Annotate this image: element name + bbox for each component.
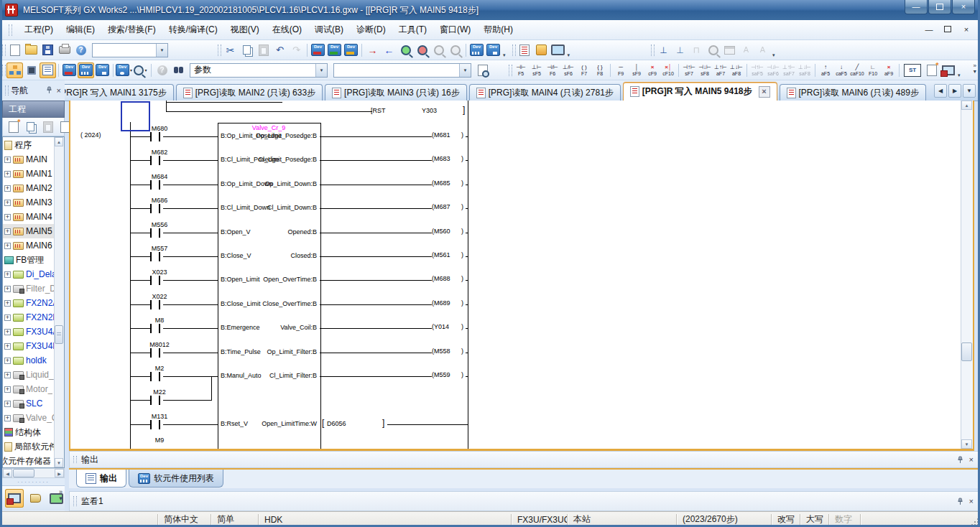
mdi-restore-button[interactable] <box>941 24 954 34</box>
tree-item-MAIN3[interactable]: MAIN3 <box>3 195 55 210</box>
ladder-key-F5[interactable]: ⊣⊢F5 <box>513 62 529 79</box>
close-button[interactable]: × <box>952 0 975 14</box>
tree-item-FX3U4D[interactable]: FX3U4D <box>3 339 55 353</box>
print-icon[interactable] <box>56 42 73 58</box>
paste-data-icon[interactable] <box>40 119 56 135</box>
scroll-down-icon[interactable]: ▼ <box>961 439 972 449</box>
tree-item-软元件存储器[interactable]: 软元件存储器 <box>3 454 55 467</box>
tree-item-MAIN2[interactable]: MAIN2 <box>3 181 55 195</box>
menu-item[interactable]: 视图(V) <box>224 21 266 39</box>
paste-icon[interactable] <box>255 42 272 58</box>
find-contact-coil-icon[interactable]: A <box>738 42 754 58</box>
ladder-key-cF10[interactable]: ×│cF10 <box>660 62 676 79</box>
document-find-icon[interactable] <box>474 62 491 78</box>
device-comment-icon[interactable]: Dev <box>61 62 78 78</box>
monitor-mode-icon[interactable]: ⊥ <box>655 42 672 58</box>
project-view-icon[interactable] <box>5 489 24 508</box>
element-selection-icon[interactable] <box>23 62 40 78</box>
resize-grip[interactable] <box>970 517 980 527</box>
mdi-close-button[interactable]: × <box>960 24 973 34</box>
view-overflow-icon[interactable] <box>59 489 63 502</box>
write-to-plc-icon[interactable]: Dev <box>310 42 326 58</box>
expand-icon[interactable] <box>4 401 11 407</box>
scroll-up-icon[interactable]: ▲ <box>961 101 972 110</box>
menu-item[interactable]: 窗口(W) <box>433 21 477 39</box>
device-find-icon[interactable]: ▾ <box>132 62 149 78</box>
ladder-key-aF8[interactable]: ⊥↓⊢aF8 <box>729 62 744 79</box>
ladder-key-caF5[interactable]: ↓caF5 <box>833 62 849 79</box>
redo-icon[interactable]: ↷ <box>288 42 305 58</box>
ladder-key-saF7[interactable]: ⊥↑⊢saF7 <box>781 62 797 79</box>
ladder-key-aF9[interactable]: ×aF9 <box>881 62 897 79</box>
tree-item-holdk[interactable]: holdk <box>3 353 55 368</box>
tab-list-dropdown-icon[interactable]: ▼ <box>963 84 976 98</box>
menu-item[interactable]: 诊断(D) <box>350 21 392 39</box>
ladder-key-F6[interactable]: ⊣/⊢F6 <box>545 62 560 79</box>
ladder-key-F7[interactable]: ( )F7 <box>576 62 592 79</box>
scroll-down-icon[interactable]: ▼ <box>55 458 63 467</box>
tree-item-结构体[interactable]: 结构体 <box>3 425 55 439</box>
tree-horizontal-scrollbar[interactable]: ◀ ▶ <box>2 468 65 478</box>
open-project-icon[interactable] <box>23 42 40 58</box>
scroll-up-icon[interactable]: ▲ <box>55 137 63 146</box>
expand-icon[interactable] <box>4 300 11 307</box>
device-display-1-icon[interactable]: Dev <box>468 42 485 58</box>
tree-item-Liquid_[interactable]: Liquid_ <box>3 368 55 382</box>
copy-data-icon[interactable] <box>22 119 39 135</box>
monitor-write-mode-icon[interactable]: ⊥ <box>672 42 688 58</box>
ladder-key-saF5[interactable]: ⊣↑⊢saF5 <box>749 62 765 79</box>
editor-vertical-scrollbar[interactable]: ▲ ▼ <box>961 101 973 449</box>
tree-item-MAIN[interactable]: MAIN <box>3 152 55 167</box>
expand-icon[interactable] <box>4 372 11 378</box>
monitor-pause-icon[interactable] <box>430 42 447 58</box>
expand-icon[interactable] <box>4 271 11 278</box>
new-data-icon[interactable] <box>5 119 22 135</box>
ladder-key-F10[interactable]: ∟F10 <box>865 62 881 79</box>
tree-item-FB管理[interactable]: FB管理 <box>3 253 55 267</box>
ladder-key-cF9[interactable]: ×cF9 <box>644 62 660 79</box>
tree-item-局部软元件[interactable]: 局部软元件 <box>3 439 55 454</box>
close-panel-icon[interactable] <box>969 456 974 463</box>
user-library-view-icon[interactable] <box>26 489 45 508</box>
tree-item-MAIN1[interactable]: MAIN1 <box>3 167 55 181</box>
read-from-plc-icon[interactable]: Dev <box>326 42 343 58</box>
help-context-icon[interactable]: ? <box>154 62 170 78</box>
ladder-key-sF5[interactable]: ⊥⊢sF5 <box>529 62 545 79</box>
ladder-key-aF5[interactable]: ↑aF5 <box>818 62 833 79</box>
device-test-icon[interactable] <box>705 42 721 58</box>
tab-scroll-left-icon[interactable]: ◀ <box>934 84 947 98</box>
pane-resize-grip[interactable] <box>2 478 65 485</box>
cut-icon[interactable]: ✂ <box>222 42 239 58</box>
build-icon[interactable] <box>533 42 550 58</box>
expand-icon[interactable] <box>4 343 11 350</box>
expand-icon[interactable] <box>4 329 11 335</box>
menu-item[interactable]: 编辑(E) <box>60 21 101 39</box>
find-combo[interactable] <box>333 63 471 78</box>
tree-item-FX2N2A[interactable]: FX2N2A <box>3 296 55 310</box>
ladder-key-sF8[interactable]: ⊣↓⊢sF8 <box>697 62 713 79</box>
menu-item[interactable]: 搜索/替换(F) <box>101 21 162 39</box>
tree-item-FX2N2D[interactable]: FX2N2D <box>3 310 55 325</box>
output-window-icon[interactable] <box>40 62 56 78</box>
pulse-test-icon[interactable]: ⊓ <box>688 42 705 58</box>
ladder-key-F9[interactable]: ─F9 <box>613 62 629 79</box>
new-project-icon[interactable] <box>6 42 23 58</box>
document-tab[interactable]: [PRG]读取 MAIN3 (只读) 16步 <box>325 84 467 101</box>
expand-icon[interactable] <box>4 214 11 220</box>
device-use-list-icon[interactable]: Dev <box>78 62 94 78</box>
help-icon[interactable]: ? <box>73 42 89 58</box>
ladder-editor[interactable]: [RSTY303]( 2024)Valve_Cr_9M680B:Op_Limit… <box>70 101 961 449</box>
combo-dropdown-icon[interactable] <box>156 44 167 57</box>
tree-item-程序[interactable]: 程序 <box>3 138 55 152</box>
edit-comment-icon[interactable] <box>940 62 956 78</box>
panel-tab-输出[interactable]: 输出 <box>76 470 126 488</box>
ladder-key-sF9[interactable]: │sF9 <box>629 62 644 79</box>
scroll-thumb[interactable] <box>961 342 972 361</box>
verify-with-plc-icon[interactable]: Dev <box>343 42 359 58</box>
tree-item-MAIN5[interactable]: MAIN5 <box>3 224 55 238</box>
tree-vertical-scrollbar[interactable]: ▲ ▼ <box>54 137 64 467</box>
forced-io-icon[interactable] <box>721 42 738 58</box>
ladder-key-F8[interactable]: { }F8 <box>592 62 608 79</box>
expand-icon[interactable] <box>4 171 11 177</box>
expand-icon[interactable] <box>4 286 11 292</box>
